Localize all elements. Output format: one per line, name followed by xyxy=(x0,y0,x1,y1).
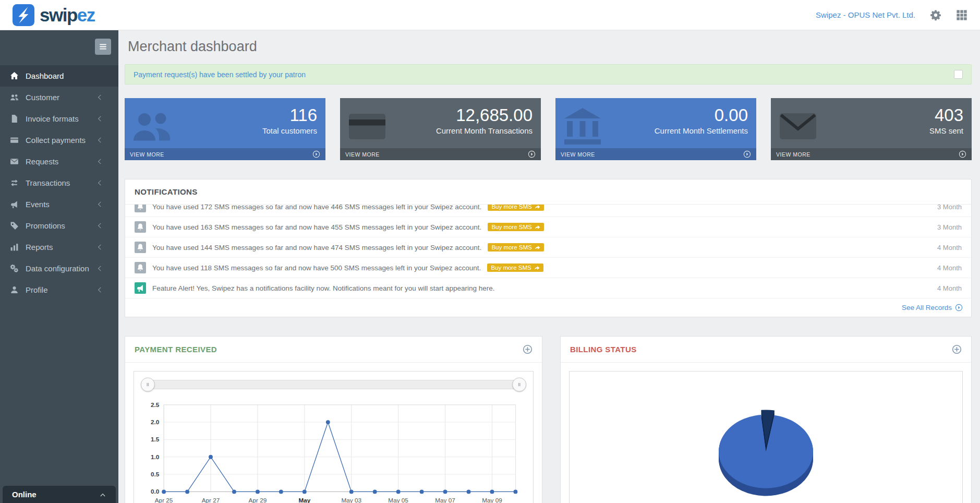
topbar-right: Swipez - OPUS Net Pvt. Ltd. xyxy=(816,9,967,21)
stat-value: 0.00 xyxy=(555,98,756,125)
zoom-plus-icon[interactable] xyxy=(523,344,533,354)
main-content: Merchant dashboard Payment request(s) ha… xyxy=(118,30,980,503)
swipez-logo-icon xyxy=(13,4,34,26)
sidebar-item-data-configuration[interactable]: Data configuration xyxy=(0,258,118,279)
sidebar-item-collect-payments[interactable]: Collect payments xyxy=(0,129,118,151)
svg-text:Apr 27: Apr 27 xyxy=(202,497,220,503)
chevron-left-icon xyxy=(96,115,103,122)
view-more-button[interactable]: VIEW MORE xyxy=(771,148,972,160)
sidebar-item-reports[interactable]: Reports xyxy=(0,236,118,258)
notification-age: 4 Month xyxy=(937,244,962,252)
view-more-button[interactable]: VIEW MORE xyxy=(555,148,756,160)
megaphone-icon xyxy=(135,282,146,294)
user-icon xyxy=(10,285,19,294)
sidebar-item-label: Customer xyxy=(26,93,96,102)
billing-status-pie-chart xyxy=(570,372,962,503)
svg-text:2.5: 2.5 xyxy=(151,401,160,408)
svg-text:0.0: 0.0 xyxy=(151,488,160,495)
chevron-left-icon xyxy=(96,222,103,229)
pause-icon xyxy=(145,382,151,388)
notifications-header: NOTIFICATIONS xyxy=(125,179,971,205)
sidebar-toggle-button[interactable] xyxy=(95,39,111,55)
view-more-button[interactable]: VIEW MORE xyxy=(125,148,325,160)
stat-label: SMS sent xyxy=(771,125,972,135)
sidebar-item-dashboard[interactable]: Dashboard xyxy=(0,65,118,87)
svg-text:May 07: May 07 xyxy=(435,497,455,503)
notification-row: You have used 118 SMS messages so far an… xyxy=(125,258,971,278)
users-icon xyxy=(10,93,19,102)
see-all-records-link[interactable]: See All Records xyxy=(125,298,971,317)
buy-more-sms-badge[interactable]: Buy more SMS xyxy=(488,205,543,211)
home-icon xyxy=(10,71,19,80)
pie-chart-box xyxy=(569,371,963,503)
arrow-circle-icon xyxy=(959,150,966,158)
buy-more-sms-badge[interactable]: Buy more SMS xyxy=(488,243,543,252)
buy-more-sms-badge[interactable]: Buy more SMS xyxy=(488,223,543,231)
payment-received-line-chart: 0.00.51.01.52.02.5Apr 25Apr 27Apr 29MayM… xyxy=(140,399,527,503)
sidebar-item-label: Transactions xyxy=(26,178,96,187)
forward-icon xyxy=(535,245,540,250)
notifications-panel: NOTIFICATIONS You have used 172 SMS mess… xyxy=(125,179,972,317)
forward-icon xyxy=(535,205,540,210)
svg-text:0.5: 0.5 xyxy=(151,471,160,477)
sidebar-item-transactions[interactable]: Transactions xyxy=(0,172,118,194)
payment-received-header: PAYMENT RECEIVED xyxy=(125,337,542,363)
arrow-circle-icon xyxy=(955,304,963,312)
sidebar-item-requests[interactable]: Requests xyxy=(0,151,118,172)
chevron-left-icon xyxy=(96,265,103,272)
range-slider-handle-right[interactable] xyxy=(512,378,526,392)
notification-age: 3 Month xyxy=(937,205,962,211)
exchange-icon xyxy=(10,178,19,187)
sidebar-nav: Dashboard Customer Invoice formats Colle… xyxy=(0,65,118,301)
sidebar-item-label: Requests xyxy=(26,157,96,166)
online-status-label: Online xyxy=(12,490,37,499)
range-slider[interactable] xyxy=(147,380,521,389)
svg-text:2.0: 2.0 xyxy=(151,418,160,425)
billing-status-panel: BILLING STATUS xyxy=(560,336,972,503)
bell-icon xyxy=(135,205,146,212)
stat-label: Current Month Transactions xyxy=(340,125,541,135)
swipez-logo[interactable]: swipez xyxy=(13,4,95,26)
view-more-label: VIEW MORE xyxy=(776,151,810,158)
line-chart-box: 0.00.51.01.52.02.5Apr 25Apr 27Apr 29MayM… xyxy=(134,371,534,503)
sidebar-item-profile[interactable]: Profile xyxy=(0,279,118,301)
sidebar-item-label: Events xyxy=(26,200,96,209)
chevron-left-icon xyxy=(96,179,103,186)
gear-icon[interactable] xyxy=(930,9,941,21)
sidebar-item-label: Collect payments xyxy=(26,136,96,145)
view-more-label: VIEW MORE xyxy=(345,151,380,158)
stat-value: 116 xyxy=(125,98,325,125)
billing-status-header: BILLING STATUS xyxy=(561,337,971,363)
megaphone-icon xyxy=(10,200,19,209)
sidebar-item-promotions[interactable]: Promotions xyxy=(0,215,118,236)
online-status-bar[interactable]: Online xyxy=(3,486,116,503)
sidebar-item-invoice-formats[interactable]: Invoice formats xyxy=(0,108,118,129)
notifications-list: You have used 172 SMS messages so far an… xyxy=(125,205,971,298)
view-more-label: VIEW MORE xyxy=(561,151,595,158)
sidebar: Dashboard Customer Invoice formats Colle… xyxy=(0,30,118,503)
sidebar-item-customer[interactable]: Customer xyxy=(0,87,118,108)
sidebar-item-label: Dashboard xyxy=(26,71,96,80)
zoom-plus-icon[interactable] xyxy=(952,344,962,354)
apps-grid-icon[interactable] xyxy=(956,9,967,21)
stat-tile-sms-sent: 403 SMS sent VIEW MORE xyxy=(771,98,972,160)
chevron-left-icon xyxy=(96,137,103,143)
chevron-left-icon xyxy=(96,244,103,250)
account-link[interactable]: Swipez - OPUS Net Pvt. Ltd. xyxy=(816,10,915,19)
notifications-title: NOTIFICATIONS xyxy=(135,187,198,196)
notification-age: 4 Month xyxy=(937,264,962,272)
success-alert: Payment request(s) have been settled by … xyxy=(125,64,972,85)
pause-icon xyxy=(516,382,522,388)
svg-text:May 03: May 03 xyxy=(341,497,361,503)
chevron-up-icon xyxy=(99,491,106,498)
alert-checkbox[interactable] xyxy=(954,70,963,79)
notification-text: You have used 144 SMS messages so far an… xyxy=(152,244,481,252)
range-slider-handle-left[interactable] xyxy=(141,378,155,392)
view-more-button[interactable]: VIEW MORE xyxy=(340,148,541,160)
buy-more-sms-badge[interactable]: Buy more SMS xyxy=(487,264,543,272)
sidebar-item-events[interactable]: Events xyxy=(0,194,118,215)
file-icon xyxy=(10,114,19,123)
stat-value: 403 xyxy=(771,98,972,125)
chevron-left-icon xyxy=(96,286,103,293)
bell-icon xyxy=(135,262,146,273)
